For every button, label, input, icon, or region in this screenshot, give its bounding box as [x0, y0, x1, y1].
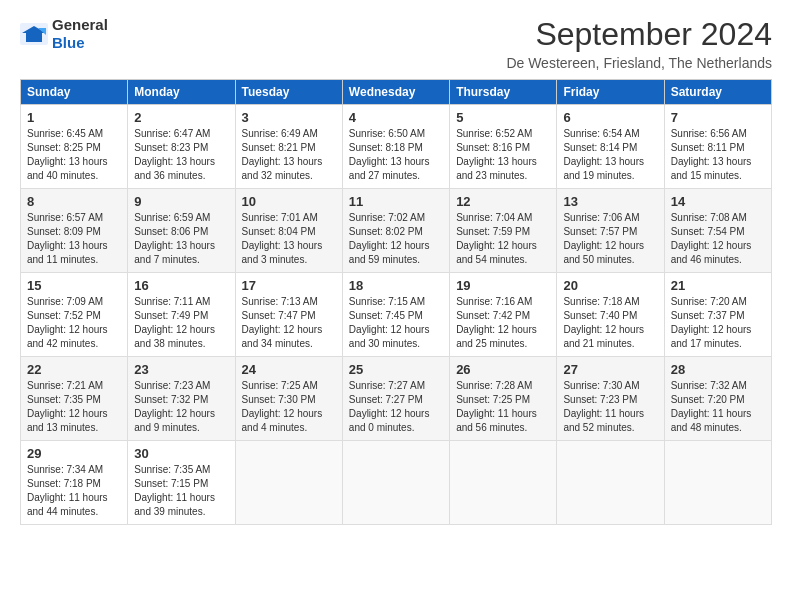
- logo-icon: [20, 23, 48, 45]
- day-info: Sunrise: 7:18 AM Sunset: 7:40 PM Dayligh…: [563, 295, 657, 351]
- calendar-cell: 26Sunrise: 7:28 AM Sunset: 7:25 PM Dayli…: [450, 357, 557, 441]
- month-title: September 2024: [506, 16, 772, 53]
- day-info: Sunrise: 6:52 AM Sunset: 8:16 PM Dayligh…: [456, 127, 550, 183]
- day-info: Sunrise: 6:50 AM Sunset: 8:18 PM Dayligh…: [349, 127, 443, 183]
- day-info: Sunrise: 7:16 AM Sunset: 7:42 PM Dayligh…: [456, 295, 550, 351]
- day-info: Sunrise: 7:15 AM Sunset: 7:45 PM Dayligh…: [349, 295, 443, 351]
- header-friday: Friday: [557, 80, 664, 105]
- day-number: 7: [671, 110, 765, 125]
- day-number: 29: [27, 446, 121, 461]
- header-monday: Monday: [128, 80, 235, 105]
- day-number: 5: [456, 110, 550, 125]
- header-sunday: Sunday: [21, 80, 128, 105]
- day-number: 1: [27, 110, 121, 125]
- day-number: 15: [27, 278, 121, 293]
- logo-text: General Blue: [52, 16, 108, 52]
- day-number: 27: [563, 362, 657, 377]
- header: General Blue September 2024 De Westereen…: [20, 16, 772, 71]
- day-number: 4: [349, 110, 443, 125]
- day-info: Sunrise: 7:09 AM Sunset: 7:52 PM Dayligh…: [27, 295, 121, 351]
- day-number: 19: [456, 278, 550, 293]
- calendar-cell: 5Sunrise: 6:52 AM Sunset: 8:16 PM Daylig…: [450, 105, 557, 189]
- day-info: Sunrise: 7:21 AM Sunset: 7:35 PM Dayligh…: [27, 379, 121, 435]
- calendar-week-2: 8Sunrise: 6:57 AM Sunset: 8:09 PM Daylig…: [21, 189, 772, 273]
- day-info: Sunrise: 6:54 AM Sunset: 8:14 PM Dayligh…: [563, 127, 657, 183]
- calendar-cell: 24Sunrise: 7:25 AM Sunset: 7:30 PM Dayli…: [235, 357, 342, 441]
- calendar-cell: 6Sunrise: 6:54 AM Sunset: 8:14 PM Daylig…: [557, 105, 664, 189]
- day-info: Sunrise: 7:25 AM Sunset: 7:30 PM Dayligh…: [242, 379, 336, 435]
- calendar-cell: 29Sunrise: 7:34 AM Sunset: 7:18 PM Dayli…: [21, 441, 128, 525]
- header-wednesday: Wednesday: [342, 80, 449, 105]
- day-number: 23: [134, 362, 228, 377]
- day-number: 14: [671, 194, 765, 209]
- calendar-cell: 20Sunrise: 7:18 AM Sunset: 7:40 PM Dayli…: [557, 273, 664, 357]
- day-number: 18: [349, 278, 443, 293]
- day-number: 24: [242, 362, 336, 377]
- calendar-week-3: 15Sunrise: 7:09 AM Sunset: 7:52 PM Dayli…: [21, 273, 772, 357]
- calendar-cell: 14Sunrise: 7:08 AM Sunset: 7:54 PM Dayli…: [664, 189, 771, 273]
- location: De Westereen, Friesland, The Netherlands: [506, 55, 772, 71]
- day-number: 21: [671, 278, 765, 293]
- day-info: Sunrise: 7:32 AM Sunset: 7:20 PM Dayligh…: [671, 379, 765, 435]
- calendar-cell: [557, 441, 664, 525]
- calendar-cell: 19Sunrise: 7:16 AM Sunset: 7:42 PM Dayli…: [450, 273, 557, 357]
- calendar-table: SundayMondayTuesdayWednesdayThursdayFrid…: [20, 79, 772, 525]
- calendar-cell: 9Sunrise: 6:59 AM Sunset: 8:06 PM Daylig…: [128, 189, 235, 273]
- day-info: Sunrise: 7:11 AM Sunset: 7:49 PM Dayligh…: [134, 295, 228, 351]
- day-info: Sunrise: 7:13 AM Sunset: 7:47 PM Dayligh…: [242, 295, 336, 351]
- day-info: Sunrise: 7:27 AM Sunset: 7:27 PM Dayligh…: [349, 379, 443, 435]
- calendar-cell: 10Sunrise: 7:01 AM Sunset: 8:04 PM Dayli…: [235, 189, 342, 273]
- calendar-cell: 23Sunrise: 7:23 AM Sunset: 7:32 PM Dayli…: [128, 357, 235, 441]
- day-number: 12: [456, 194, 550, 209]
- title-block: September 2024 De Westereen, Friesland, …: [506, 16, 772, 71]
- day-number: 17: [242, 278, 336, 293]
- day-info: Sunrise: 6:57 AM Sunset: 8:09 PM Dayligh…: [27, 211, 121, 267]
- calendar-cell: [235, 441, 342, 525]
- calendar-cell: 22Sunrise: 7:21 AM Sunset: 7:35 PM Dayli…: [21, 357, 128, 441]
- calendar-cell: 21Sunrise: 7:20 AM Sunset: 7:37 PM Dayli…: [664, 273, 771, 357]
- day-info: Sunrise: 7:28 AM Sunset: 7:25 PM Dayligh…: [456, 379, 550, 435]
- calendar-cell: 13Sunrise: 7:06 AM Sunset: 7:57 PM Dayli…: [557, 189, 664, 273]
- calendar-week-5: 29Sunrise: 7:34 AM Sunset: 7:18 PM Dayli…: [21, 441, 772, 525]
- calendar-cell: 16Sunrise: 7:11 AM Sunset: 7:49 PM Dayli…: [128, 273, 235, 357]
- day-number: 9: [134, 194, 228, 209]
- logo-general: General: [52, 16, 108, 33]
- calendar-cell: 7Sunrise: 6:56 AM Sunset: 8:11 PM Daylig…: [664, 105, 771, 189]
- day-number: 25: [349, 362, 443, 377]
- day-info: Sunrise: 6:49 AM Sunset: 8:21 PM Dayligh…: [242, 127, 336, 183]
- calendar-cell: 8Sunrise: 6:57 AM Sunset: 8:09 PM Daylig…: [21, 189, 128, 273]
- day-number: 16: [134, 278, 228, 293]
- day-number: 2: [134, 110, 228, 125]
- calendar-cell: 4Sunrise: 6:50 AM Sunset: 8:18 PM Daylig…: [342, 105, 449, 189]
- calendar-cell: 18Sunrise: 7:15 AM Sunset: 7:45 PM Dayli…: [342, 273, 449, 357]
- logo-blue: Blue: [52, 34, 85, 51]
- logo: General Blue: [20, 16, 108, 52]
- day-info: Sunrise: 6:59 AM Sunset: 8:06 PM Dayligh…: [134, 211, 228, 267]
- day-number: 30: [134, 446, 228, 461]
- day-number: 11: [349, 194, 443, 209]
- calendar-cell: 11Sunrise: 7:02 AM Sunset: 8:02 PM Dayli…: [342, 189, 449, 273]
- day-info: Sunrise: 7:20 AM Sunset: 7:37 PM Dayligh…: [671, 295, 765, 351]
- calendar-header-row: SundayMondayTuesdayWednesdayThursdayFrid…: [21, 80, 772, 105]
- day-info: Sunrise: 6:47 AM Sunset: 8:23 PM Dayligh…: [134, 127, 228, 183]
- day-number: 8: [27, 194, 121, 209]
- day-number: 28: [671, 362, 765, 377]
- calendar-cell: [664, 441, 771, 525]
- day-number: 10: [242, 194, 336, 209]
- day-info: Sunrise: 7:01 AM Sunset: 8:04 PM Dayligh…: [242, 211, 336, 267]
- day-info: Sunrise: 7:34 AM Sunset: 7:18 PM Dayligh…: [27, 463, 121, 519]
- calendar-cell: 17Sunrise: 7:13 AM Sunset: 7:47 PM Dayli…: [235, 273, 342, 357]
- calendar-week-4: 22Sunrise: 7:21 AM Sunset: 7:35 PM Dayli…: [21, 357, 772, 441]
- header-tuesday: Tuesday: [235, 80, 342, 105]
- day-info: Sunrise: 7:02 AM Sunset: 8:02 PM Dayligh…: [349, 211, 443, 267]
- day-info: Sunrise: 7:23 AM Sunset: 7:32 PM Dayligh…: [134, 379, 228, 435]
- day-number: 26: [456, 362, 550, 377]
- calendar-cell: 12Sunrise: 7:04 AM Sunset: 7:59 PM Dayli…: [450, 189, 557, 273]
- day-number: 20: [563, 278, 657, 293]
- calendar-cell: 28Sunrise: 7:32 AM Sunset: 7:20 PM Dayli…: [664, 357, 771, 441]
- calendar-cell: 3Sunrise: 6:49 AM Sunset: 8:21 PM Daylig…: [235, 105, 342, 189]
- calendar-cell: 1Sunrise: 6:45 AM Sunset: 8:25 PM Daylig…: [21, 105, 128, 189]
- calendar-cell: [450, 441, 557, 525]
- day-info: Sunrise: 7:04 AM Sunset: 7:59 PM Dayligh…: [456, 211, 550, 267]
- day-number: 22: [27, 362, 121, 377]
